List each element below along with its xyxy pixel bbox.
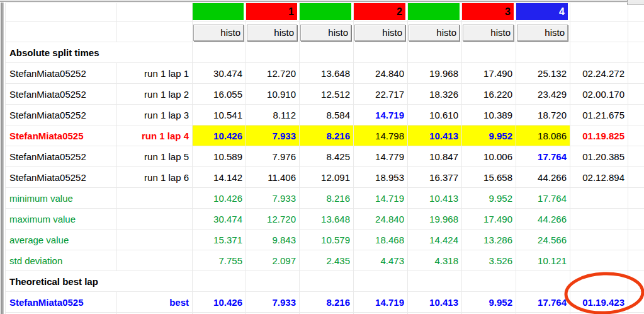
value-cell (246, 271, 300, 292)
channel-color-swatch: 4 (516, 3, 568, 20)
stat-value-cell: 10.426 (193, 188, 246, 209)
corner-cell (6, 22, 117, 42)
group-color-cell: 2 (354, 3, 408, 22)
stat-value-cell: 24.840 (354, 209, 408, 230)
split-value-cell: 22.717 (354, 84, 408, 105)
total-cell (570, 209, 628, 230)
spacer-cell (628, 230, 644, 250)
stat-value-cell: 2.435 (300, 250, 354, 271)
split-value-cell: 14.719 (354, 105, 408, 125)
split-value-cell: 10.426 (193, 292, 246, 313)
channel-color-swatch: 1 (246, 3, 297, 20)
stat-value-cell: 13.286 (462, 230, 516, 250)
histo-row: histohistohistohistohistohistohisto (6, 22, 644, 42)
value-cell (246, 42, 300, 63)
spacer-cell (628, 250, 644, 271)
split-value-cell: 18.326 (408, 84, 462, 105)
histo-button[interactable]: histo (247, 25, 297, 41)
value-cell (408, 271, 462, 292)
lap-run-cell (117, 230, 193, 250)
histo-button[interactable]: histo (409, 25, 460, 41)
histo-button[interactable]: histo (354, 25, 405, 41)
value-cell (354, 42, 408, 63)
stat-value-cell: 14.424 (408, 230, 462, 250)
spacer-cell (628, 42, 644, 63)
value-cell (516, 42, 570, 63)
spacer-cell (628, 22, 644, 42)
split-value-cell: 9.952 (462, 292, 516, 313)
split-value-cell: 24.840 (354, 63, 408, 84)
split-value-cell: 16.220 (462, 84, 516, 105)
stat-value-cell: 10.579 (300, 230, 354, 250)
lap-run-cell: run 1 lap 1 (117, 63, 193, 84)
split-value-cell: 14.779 (354, 146, 408, 167)
section-row: Absolute split times (6, 42, 644, 63)
split-value-cell: 10.426 (193, 125, 246, 146)
split-value-cell: 7.976 (246, 146, 300, 167)
total-cell (570, 42, 628, 63)
channel-color-swatch (408, 3, 460, 20)
split-value-cell: 23.429 (516, 84, 570, 105)
group-color-cell: 1 (246, 3, 300, 22)
stat-value-cell: 7.933 (246, 188, 300, 209)
stat-value-cell: 4.473 (354, 250, 408, 271)
lap-run-cell: run 1 lap 2 (117, 84, 193, 105)
group-color-cell (300, 3, 354, 22)
split-value-cell: 19.968 (408, 63, 462, 84)
stat-value-cell: 44.266 (516, 209, 570, 230)
group-color-cell: 3 (462, 3, 516, 22)
channel-color-swatch (300, 3, 351, 20)
split-value-cell: 13.648 (300, 63, 354, 84)
lap-run-cell: run 1 lap 4 (117, 125, 193, 146)
split-value-cell: 10.910 (246, 84, 300, 105)
corner-cell (117, 22, 193, 42)
split-value-cell: 10.413 (408, 292, 462, 313)
split-value-cell: 17.764 (516, 292, 570, 313)
spacer-cell (628, 209, 644, 230)
lap-row: StefanMiata05252run 1 lap 310.5418.1128.… (6, 105, 644, 125)
channel-color-swatch: 3 (462, 3, 514, 20)
split-value-cell: 10.541 (193, 105, 246, 125)
value-cell (462, 42, 516, 63)
stat-label-cell: average value (6, 230, 117, 250)
split-value-cell: 12.091 (300, 167, 354, 188)
histo-button[interactable]: histo (463, 25, 514, 41)
group-color-cell (193, 3, 246, 22)
split-value-cell: 8.216 (300, 292, 354, 313)
stat-value-cell: 10.121 (516, 250, 570, 271)
split-value-cell: 12.512 (300, 84, 354, 105)
lap-total-cell: 02.24.272 (570, 63, 628, 84)
split-value-cell: 16.055 (193, 84, 246, 105)
histo-button[interactable]: histo (300, 25, 351, 41)
split-value-cell: 14.719 (354, 292, 408, 313)
split-value-cell: 44.266 (516, 167, 570, 188)
stat-value-cell: 4.318 (408, 250, 462, 271)
stat-value-cell: 24.566 (516, 230, 570, 250)
stat-value-cell: 17.764 (516, 188, 570, 209)
split-value-cell: 18.086 (516, 125, 570, 146)
stat-value-cell: 30.474 (193, 209, 246, 230)
value-cell (408, 42, 462, 63)
stat-value-cell: 15.371 (193, 230, 246, 250)
value-cell (300, 271, 354, 292)
lap-row: StefanMiata05252run 1 lap 510.5897.9768.… (6, 146, 644, 167)
lap-total-cell: 01.19.825 (570, 125, 628, 146)
timing-grid-body: 1234histohistohistohistohistohistohistoA… (6, 3, 644, 314)
split-value-cell: 30.474 (193, 63, 246, 84)
stat-row: minimum value10.4267.9338.21614.71910.41… (6, 188, 644, 209)
stat-value-cell: 7.755 (193, 250, 246, 271)
value-cell (462, 271, 516, 292)
lap-run-cell: run 1 lap 5 (117, 146, 193, 167)
histo-button[interactable]: histo (193, 25, 244, 41)
lap-name-cell: StefanMiata05252 (6, 84, 117, 105)
spacer-cell (628, 84, 644, 105)
stat-value-cell: 2.097 (246, 250, 300, 271)
corner-cell (6, 3, 117, 22)
histo-button[interactable]: histo (517, 25, 568, 41)
histo-cell: histo (193, 22, 246, 42)
spacer-cell (628, 271, 644, 292)
lap-run-cell: run 1 lap 3 (117, 105, 193, 125)
split-value-cell: 10.006 (462, 146, 516, 167)
stat-value-cell: 12.720 (246, 209, 300, 230)
stat-label-cell: minimum value (6, 188, 117, 209)
